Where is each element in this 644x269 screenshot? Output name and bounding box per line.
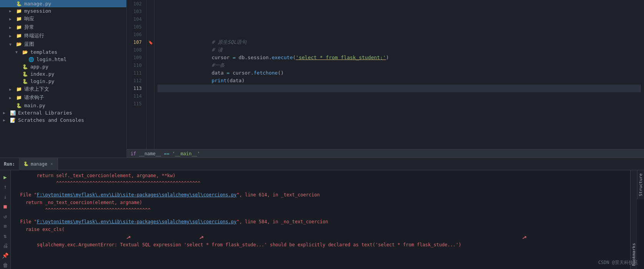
main-area: 🐍 manage.py ▶ 📁 mysession ▶ 📁 响应 ▶ 📁 异常 … [0,0,644,158]
stop-button[interactable]: ■ [1,203,10,211]
code-line-114 [157,92,641,100]
folder-icon: 📁 [15,33,22,38]
sidebar-item-response[interactable]: ▶ 📁 响应 [0,15,126,23]
code-var: data [230,78,242,83]
sidebar-item-blueprint[interactable]: ▼ 📂 蓝图 [0,40,126,48]
terminal-output: return self._text_coercion(element, argn… [11,170,630,269]
run-tab-close-button[interactable]: × [50,161,53,166]
sidebar: 🐍 manage.py ▶ 📁 mysession ▶ 📁 响应 ▶ 📁 异常 … [0,0,127,158]
sidebar-item-external-libs[interactable]: ▶ 📊 External Libraries [0,109,126,116]
pin-button[interactable]: 📌 [1,252,10,259]
structure-tab[interactable]: Structure [637,170,644,199]
line-num: 108 [130,46,142,54]
sidebar-item-label: login.html [36,56,66,62]
sidebar-item-label: index.py [30,71,55,77]
code-paren: () [278,70,284,76]
expand-arrow-icon: ▶ [9,25,15,30]
sidebar-item-label: 请求钩子 [24,94,44,101]
run-tab-manage[interactable]: 🐍 manage × [19,158,58,170]
bookmark-icon: 🔖 [148,40,153,45]
arrow-indicator-1: → [124,232,132,241]
line-num: 114 [130,92,142,100]
sidebar-item-login-py[interactable]: 🐍 login.py [0,78,126,85]
line-num: 106 [130,31,142,38]
sidebar-item-terminal[interactable]: ▶ 📁 终端运行 [0,32,126,40]
sidebar-item-label: 请求上下文 [24,86,49,93]
code-line-104 [157,15,641,23]
terminal-line: ^^^^^^^^^^^^^^^^^^^^^^^^^^^^^^^^^^^^^^^^… [15,179,626,187]
sort2-button[interactable]: ⇅ [1,232,10,240]
code-comment: # 原生SQL语句 [212,39,247,45]
code-line-103 [157,8,641,15]
print-button[interactable]: 🖨 [1,242,10,250]
sidebar-item-request-context[interactable]: ▶ 📁 请求上下文 [0,85,126,93]
terminal-error-line: sqlalchemy.exc.ArgumentError: Textual SQ… [15,233,626,269]
folder-icon: 📁 [15,16,22,22]
sidebar-item-label: 异常 [24,24,34,31]
sidebar-item-app-py[interactable]: 🐍 app.py [0,63,126,70]
folder-icon: 📁 [15,8,22,14]
code-paren: ( [293,55,296,60]
python-run-icon: 🐍 [23,161,29,166]
terminal-line: return self._text_coercion(element, argn… [15,172,626,179]
sidebar-item-main-py[interactable]: 🐍 main.py [0,102,126,109]
code-indent [187,62,212,68]
code-dot: . [245,55,248,60]
sidebar-item-label: Scratches and Consoles [18,117,84,123]
python-file-icon: 🐍 [22,64,28,70]
sidebar-item-manage-py[interactable]: 🐍 manage.py [0,0,126,7]
bookmarks-tab[interactable]: Bookmarks [630,170,637,269]
run-label: Run: [0,161,19,167]
sidebar-item-exception[interactable]: ▶ 📁 异常 [0,23,126,32]
code-paren: ) [242,78,245,83]
code-indent [187,47,212,53]
sidebar-item-scratches[interactable]: ▶ 📝 Scratches and Consoles [0,116,126,124]
code-builtin: print [212,78,227,83]
code-line-106: # 原生SQL语句 [157,31,641,38]
code-indent [187,70,212,76]
sort-button[interactable]: ≡ [1,223,10,230]
python-file-icon: 🐍 [22,71,28,77]
scratches-icon: 📝 [9,118,16,123]
sidebar-item-templates[interactable]: ▼ 📂 templates [0,48,126,56]
code-var: cursor [212,55,230,60]
line-num: 104 [130,15,142,23]
rerun-button[interactable]: ↺ [1,213,10,220]
run-tab-bar: Run: 🐍 manage × [0,158,644,170]
scroll-up-button[interactable]: ↑ [1,183,10,191]
sidebar-item-label: main.py [24,103,45,108]
code-lines[interactable]: # 原生SQL语句 # 读 cursor = db.session.execut… [154,0,644,149]
arrow-indicator-2: → [197,232,205,241]
code-view: 102 103 104 105 106 107 108 109 110 111 … [127,0,644,149]
trash-button[interactable]: 🗑 [1,262,10,269]
sidebar-item-label: login.py [30,78,55,84]
code-editor: 102 103 104 105 106 107 108 109 110 111 … [127,0,644,158]
code-var: session [248,55,269,60]
code-string: 'select * from flask_student;' [296,55,386,60]
terminal-line: raise exc_cls( [15,226,626,233]
code-paren: ( [227,78,230,83]
code-func: execute [272,55,293,60]
watermark: CSDN @景天科技苑 [598,259,638,266]
scroll-down-button[interactable]: ↓ [1,193,10,201]
collapse-arrow-icon: ▼ [9,42,15,46]
side-controls: ▶ ↑ ↓ ■ ↺ ≡ ⇅ 🖨 📌 🗑 [0,170,11,269]
sidebar-item-label: 蓝图 [24,41,34,48]
file-link[interactable]: F:\pytonitems\myflask\.env\Lib\site-pack… [37,219,237,224]
sidebar-item-login-html[interactable]: 🌐 login.html [0,56,126,63]
file-link[interactable]: F:\pytonitems\myflask\.env\Lib\site-pack… [37,192,237,198]
sidebar-item-label: templates [30,49,57,55]
code-indent [187,39,212,45]
folder-open-icon: 📂 [22,50,28,55]
sidebar-item-label: 终端运行 [24,32,44,39]
sidebar-item-index-py[interactable]: 🐍 index.py [0,70,126,78]
breakpoint-marker: 🔖 [147,38,154,46]
arrow-indicator-3: → [520,232,528,241]
sidebar-item-request-atom[interactable]: ▶ 📁 请求钩子 [0,93,126,102]
line-num: 103 [130,8,142,15]
sidebar-item-mysession[interactable]: ▶ 📁 mysession [0,7,126,15]
run-button[interactable]: ▶ [1,173,10,181]
expand-arrow-icon: ▶ [9,34,15,38]
line-num: 111 [130,69,142,77]
terminal-spacer [15,187,626,191]
